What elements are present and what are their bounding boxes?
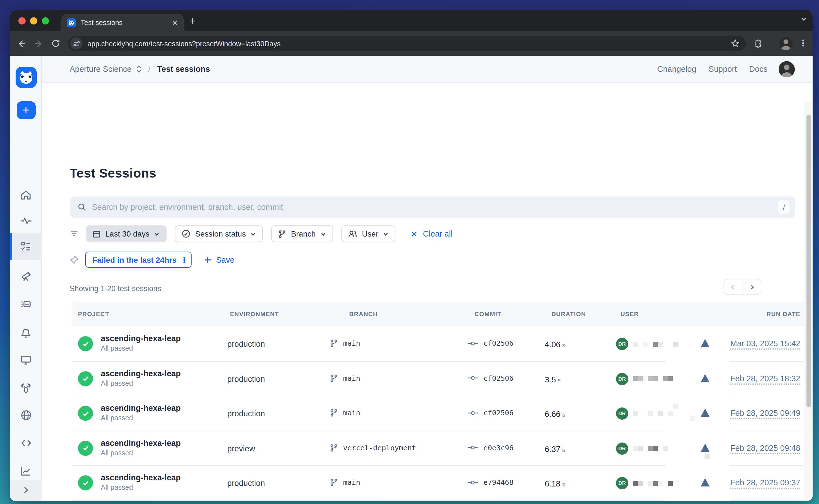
sidebar-item-maintenance[interactable]	[10, 376, 42, 399]
project-name: ascending-hexa-leap	[101, 473, 181, 482]
branch-cell: main	[330, 409, 360, 417]
save-filter-button[interactable]: Save	[204, 255, 234, 264]
date-range-label: Last 30 days	[105, 229, 149, 238]
user-initials-avatar: DR	[616, 442, 628, 454]
checkly-logo[interactable]	[15, 67, 36, 88]
browser-menu-kebab-icon[interactable]: •••	[800, 40, 806, 47]
site-info-icon[interactable]	[70, 37, 82, 50]
extensions-puzzle-icon[interactable]	[754, 39, 763, 48]
duration-value: 3.5	[545, 375, 556, 384]
user-avatar[interactable]	[779, 61, 795, 77]
duration-unit: s	[562, 411, 565, 418]
sidebar-item-cli[interactable]	[10, 432, 42, 454]
globe-icon	[20, 409, 32, 421]
save-label: Save	[216, 255, 234, 264]
git-branch-icon	[330, 339, 338, 347]
date-range-filter[interactable]: Last 30 days	[86, 225, 167, 242]
pulse-icon	[20, 215, 32, 227]
column-header-run-date: RUN DATE	[766, 311, 800, 317]
project-cell[interactable]: ascending-hexa-leap All passed	[101, 438, 181, 457]
minimize-window-button[interactable]	[30, 17, 37, 24]
project-cell[interactable]: ascending-hexa-leap All passed	[101, 473, 181, 491]
branch-name: main	[343, 339, 360, 347]
project-name: ascending-hexa-leap	[101, 334, 181, 343]
user-initials-avatar: DR	[616, 477, 628, 489]
breadcrumb-org[interactable]: Aperture Science	[70, 65, 131, 73]
browser-window: Test sessions ✕ + app.check	[10, 10, 813, 501]
nav-link-changelog[interactable]: Changelog	[657, 65, 696, 73]
sidebar-item-explore[interactable]	[10, 265, 42, 288]
pinned-filter-row: Failed in the last 24hrs ••• Save	[70, 252, 234, 268]
close-window-button[interactable]	[18, 17, 26, 24]
check-circle-icon	[182, 229, 191, 238]
status-text: All passed	[101, 379, 181, 387]
git-commit-icon	[468, 375, 478, 381]
org-switcher-chevrons-icon[interactable]	[135, 64, 143, 74]
commit-cell: cf02506	[468, 409, 514, 417]
sidebar-item-private-locations[interactable]	[10, 404, 42, 426]
saved-filter-button[interactable]: Failed in the last 24hrs •••	[85, 252, 192, 268]
session-status-filter[interactable]: Session status	[175, 225, 263, 242]
create-new-button[interactable]: +	[16, 101, 35, 119]
sidebar-expand-button[interactable]	[10, 480, 42, 501]
saved-filter-kebab-icon[interactable]: •••	[182, 256, 187, 263]
commit-hash: cf02506	[484, 339, 514, 347]
new-tab-button[interactable]: +	[189, 15, 195, 27]
redacted-user-name	[633, 446, 683, 451]
filter-lines-icon[interactable]	[70, 229, 78, 238]
filter-row: Last 30 days Session status Branch	[70, 225, 453, 242]
branch-filter[interactable]: Branch	[271, 225, 333, 242]
sidebar-item-test-sessions[interactable]	[10, 233, 42, 260]
sidebar-item-analytics[interactable]	[10, 460, 42, 482]
user-filter[interactable]: User	[341, 225, 396, 242]
project-cell[interactable]: ascending-hexa-leap All passed	[101, 404, 181, 422]
search-input[interactable]	[92, 203, 773, 212]
forward-button[interactable]	[34, 39, 43, 48]
search-bar[interactable]: /	[70, 196, 795, 218]
app-header: Aperture Science / Test sessions Changel…	[42, 56, 813, 83]
tab-close-icon[interactable]: ✕	[172, 19, 178, 26]
sidebar-item-runtimes[interactable]	[10, 293, 42, 315]
clear-all-button[interactable]: Clear all	[411, 229, 453, 238]
duration-unit: s	[562, 481, 565, 488]
nav-link-support[interactable]: Support	[708, 65, 737, 73]
browser-profile-avatar[interactable]	[779, 37, 793, 50]
vercel-triangle-icon	[701, 478, 710, 486]
user-initials-avatar: DR	[616, 338, 628, 350]
next-page-button[interactable]	[742, 279, 761, 295]
branch-name: main	[343, 374, 360, 382]
project-cell[interactable]: ascending-hexa-leap All passed	[101, 334, 181, 352]
run-date-link[interactable]: Feb 28, 2025 09:37	[730, 478, 800, 489]
duration-value: 6.37	[545, 444, 560, 453]
pin-icon[interactable]	[70, 255, 78, 264]
sidebar-item-monitoring[interactable]	[10, 210, 42, 232]
sidebar-item-alerts[interactable]	[10, 321, 42, 343]
sidebar-item-home[interactable]	[10, 184, 42, 206]
pagination	[724, 279, 761, 295]
chevron-down-icon	[154, 231, 160, 237]
column-header-environment: ENVIRONMENT	[230, 311, 279, 317]
sidebar-item-dashboards[interactable]	[10, 348, 42, 371]
project-cell[interactable]: ascending-hexa-leap All passed	[101, 369, 181, 387]
run-date-link[interactable]: Mar 03, 2025 15:42	[730, 339, 800, 350]
bookmark-star-icon[interactable]	[731, 39, 744, 48]
back-button[interactable]	[17, 39, 26, 48]
scrollbar-thumb[interactable]	[806, 115, 811, 407]
nav-link-docs[interactable]: Docs	[749, 65, 768, 73]
run-date-link[interactable]: Feb 28, 2025 18:32	[730, 374, 800, 384]
previous-page-button[interactable]	[724, 279, 742, 295]
url-bar[interactable]: app.checklyhq.com/test-sessions?presetWi…	[68, 36, 746, 51]
redacted-user-names-overlay	[666, 337, 730, 501]
duration-unit: s	[558, 377, 561, 383]
results-summary: Showing 1-20 test sessions	[70, 284, 161, 293]
run-date-link[interactable]: Feb 28, 2025 09:48	[730, 443, 800, 454]
reload-button[interactable]	[51, 39, 60, 48]
browser-tab[interactable]: Test sessions ✕	[61, 14, 184, 31]
zoom-window-button[interactable]	[42, 17, 49, 24]
commit-hash: e794468	[484, 478, 514, 486]
tab-search-chevron-icon[interactable]	[800, 16, 807, 22]
desktop: Test sessions ✕ + app.check	[0, 0, 819, 504]
column-header-user: USER	[621, 311, 639, 317]
plus-icon	[204, 256, 212, 264]
run-date-link[interactable]: Feb 28, 2025 09:49	[730, 409, 800, 419]
